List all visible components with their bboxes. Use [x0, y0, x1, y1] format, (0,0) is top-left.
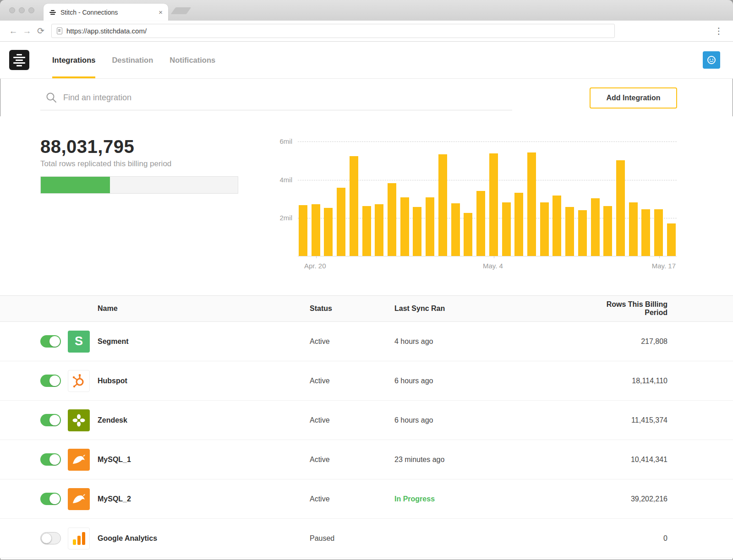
integration-status: Active	[310, 495, 394, 503]
chart-bar	[476, 191, 485, 256]
last-sync: 23 minutes ago	[394, 456, 582, 464]
page-icon	[57, 27, 62, 34]
total-rows-value: 88,031,795	[40, 136, 134, 157]
y-tick-label: 2mil	[270, 214, 292, 222]
integration-name[interactable]: MySQL_1	[98, 456, 310, 464]
chart-bar	[616, 160, 625, 256]
search-row: Add Integration	[0, 79, 733, 116]
toggle[interactable]	[40, 532, 61, 544]
table-row-mysql-1[interactable]: MySQL_1 Active 23 minutes ago 10,414,341	[0, 440, 733, 479]
last-sync: In Progress	[394, 495, 582, 503]
window-controls	[9, 7, 34, 13]
table-row-google-analytics[interactable]: Google Analytics Paused 0	[0, 519, 733, 558]
integration-name[interactable]: Segment	[98, 337, 310, 346]
chart-bar	[438, 154, 447, 256]
toggle[interactable]	[40, 493, 61, 505]
chart-bar	[527, 152, 536, 256]
forward-icon[interactable]: →	[20, 26, 34, 36]
x-tick-label: May. 4	[483, 262, 503, 270]
table-header: Name Status Last Sync Ran Rows This Bill…	[0, 295, 733, 322]
chart-bar	[375, 204, 383, 256]
support-button[interactable]	[703, 51, 720, 69]
table-row-mysql-2[interactable]: MySQL_2 Active In Progress 39,202,216	[0, 479, 733, 519]
chart-bar	[324, 208, 333, 256]
chart-bar	[591, 198, 600, 256]
last-sync: 4 hours ago	[394, 337, 582, 346]
zoom-window-button[interactable]	[28, 7, 34, 13]
chart-bar	[502, 202, 511, 256]
url-text: https://app.stitchdata.com/	[66, 27, 147, 35]
row-count: 11,415,374	[582, 416, 667, 424]
chart-bar	[464, 213, 472, 256]
chart-bar	[413, 207, 421, 256]
toggle-knob	[49, 415, 60, 425]
integration-status: Paused	[310, 534, 394, 543]
back-icon[interactable]: ←	[6, 26, 20, 36]
row-count: 39,202,216	[582, 495, 667, 503]
close-window-button[interactable]	[9, 7, 15, 13]
browser-window: Stitch - Connections × ← → ⟳ https://app…	[0, 0, 733, 560]
main-nav: Integrations Destination Notifications	[52, 42, 215, 78]
tab-strip: Stitch - Connections ×	[0, 0, 733, 21]
tab-destination[interactable]: Destination	[112, 42, 153, 78]
toggle-knob	[49, 375, 60, 386]
y-tick-label: 4mil	[270, 176, 292, 184]
row-count: 10,414,341	[582, 456, 667, 464]
usage-section: 88,031,795 Total rows replicated this bi…	[0, 116, 733, 295]
toggle[interactable]	[40, 453, 61, 466]
billing-progress-fill	[41, 177, 110, 193]
smiley-icon	[706, 55, 717, 65]
toggle[interactable]	[40, 375, 61, 387]
browser-menu-icon[interactable]: ⋮	[711, 26, 727, 36]
chart-bar	[641, 209, 650, 256]
table-row-hubspot[interactable]: Hubspot Active 6 hours ago 18,114,110	[0, 361, 733, 401]
integration-status: Active	[310, 416, 394, 424]
tab-notifications[interactable]: Notifications	[170, 42, 215, 78]
segment-icon: S	[68, 331, 90, 353]
toggle-knob	[49, 494, 60, 504]
y-tick-label: 6mil	[270, 137, 292, 145]
browser-tab[interactable]: Stitch - Connections ×	[44, 4, 168, 21]
tab-title: Stitch - Connections	[60, 9, 154, 16]
integration-name[interactable]: Google Analytics	[98, 534, 310, 543]
header-status: Status	[310, 304, 394, 313]
last-sync: 6 hours ago	[394, 416, 582, 424]
chart-bar	[565, 207, 574, 256]
x-tick-label: May. 17	[652, 262, 676, 270]
mysql-icon	[68, 488, 90, 510]
table-row-segment[interactable]: S Segment Active 4 hours ago 217,808	[0, 322, 733, 361]
url-bar[interactable]: https://app.stitchdata.com/	[51, 24, 615, 38]
mysql-icon	[68, 449, 90, 471]
integration-name[interactable]: Zendesk	[98, 416, 310, 424]
tab-close-icon[interactable]: ×	[159, 9, 163, 16]
refresh-icon[interactable]: ⟳	[34, 26, 48, 36]
toggle[interactable]	[40, 414, 61, 426]
add-integration-button[interactable]: Add Integration	[590, 87, 677, 109]
billing-progress-bar	[40, 176, 238, 194]
toggle-knob	[49, 454, 60, 465]
tab-integrations[interactable]: Integrations	[52, 42, 95, 78]
last-sync: 6 hours ago	[394, 377, 582, 385]
zendesk-icon	[68, 409, 90, 431]
minimize-window-button[interactable]	[19, 7, 25, 13]
chart-bar	[629, 202, 638, 256]
new-tab-button[interactable]	[171, 7, 191, 14]
toggle[interactable]	[40, 335, 61, 348]
toggle-knob	[41, 533, 52, 544]
chart-bar	[400, 197, 409, 256]
chart-bar	[426, 197, 434, 256]
app-header: Integrations Destination Notifications	[0, 42, 733, 79]
integration-name[interactable]: Hubspot	[98, 377, 310, 385]
stitch-logo-icon[interactable]	[9, 50, 29, 70]
total-rows-label: Total rows replicated this billing perio…	[40, 159, 171, 169]
integration-name[interactable]: MySQL_2	[98, 495, 310, 503]
chart-bar	[350, 156, 358, 256]
browser-toolbar: ← → ⟳ https://app.stitchdata.com/ ⋮	[0, 21, 733, 42]
google-analytics-icon	[68, 527, 90, 549]
chart-bar	[299, 205, 307, 256]
rows-bar-chart: 6mil 4mil 2mil Apr. 20 May. 4 May. 17	[298, 141, 677, 256]
toggle-knob	[49, 336, 60, 347]
table-row-zendesk[interactable]: Zendesk Active 6 hours ago 11,415,374	[0, 401, 733, 440]
search-input[interactable]	[63, 93, 476, 103]
integration-status: Active	[310, 377, 394, 385]
